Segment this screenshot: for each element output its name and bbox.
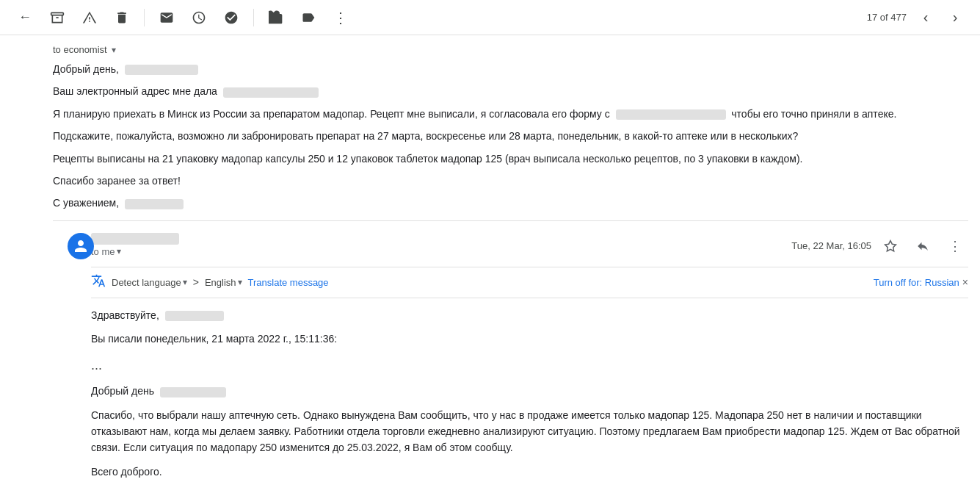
body-line-5: Рецепты выписаны на 21 упаковку мадопар … (53, 151, 968, 167)
archive-button[interactable] (44, 4, 70, 31)
english-dropdown-arrow: ▾ (238, 277, 242, 287)
email-header-right: Tue, 22 Mar, 16:05 ⋮ (791, 233, 968, 259)
sender-info: to me ▾ (91, 233, 791, 257)
page-counter: 17 of 477 (867, 12, 907, 23)
body-line-1: Добрый день, (53, 61, 968, 77)
sender-name-row (91, 233, 791, 245)
to-me-dropdown[interactable]: ▾ (117, 246, 121, 256)
sender-name-redacted (91, 233, 179, 245)
tasks-button[interactable] (218, 4, 244, 31)
body-closing: Всего доброго. (91, 464, 968, 480)
redacted-signature (125, 199, 184, 209)
redacted-email-1 (223, 87, 319, 98)
more-actions-button-2[interactable]: ⋮ (942, 233, 968, 259)
toolbar-divider-1 (144, 9, 145, 26)
turn-off-btn[interactable]: Turn off for: Russian × (874, 276, 968, 288)
report-button[interactable] (76, 4, 103, 31)
prev-email-button[interactable]: ‹ (912, 4, 939, 31)
next-email-button[interactable]: › (942, 4, 968, 31)
sender-avatar (68, 233, 94, 259)
email-meta-1: to economist ▾ (53, 44, 968, 55)
move-button[interactable] (263, 4, 289, 31)
to-label-1: to economist (53, 44, 107, 55)
email-header-row-2: to me ▾ Tue, 22 Mar, 16:05 ⋮ (91, 233, 968, 259)
body-main-text: Спасибо, что выбрали нашу аптечную сеть.… (91, 407, 968, 456)
back-button[interactable]: ← (12, 4, 38, 31)
body-line-4: Подскажите, пожалуйста, возможно ли забр… (53, 128, 968, 144)
detect-language-btn[interactable]: Detect language ▾ (112, 277, 187, 288)
ellipsis-line: ... (91, 355, 968, 376)
email-body-1: Добрый день, Ваш электронный адрес мне д… (53, 61, 968, 212)
more-button[interactable]: ⋮ (327, 4, 354, 31)
reply-button[interactable] (910, 233, 936, 259)
turn-off-close[interactable]: × (962, 276, 968, 288)
email-block-2: to me ▾ Tue, 22 Mar, 16:05 ⋮ (53, 221, 968, 492)
greeting-line: Здравствуйте, (91, 307, 968, 323)
email-container: to economist ▾ Добрый день, Ваш электрон… (0, 35, 980, 493)
email-body-2: Здравствуйте, Вы писали понедельник, 21 … (91, 307, 968, 481)
translation-bar: Detect language ▾ > English ▾ Translate … (91, 267, 968, 298)
translation-left: Detect language ▾ > English ▾ Translate … (91, 273, 329, 292)
email-date: Tue, 22 Mar, 16:05 (791, 240, 871, 251)
svg-rect-0 (51, 12, 64, 15)
redacted-contact (616, 109, 726, 120)
to-me-label: to me ▾ (91, 246, 791, 257)
to-dropdown-arrow[interactable]: ▾ (112, 45, 116, 55)
quoted-hello-line: Добрый день (91, 383, 968, 399)
english-btn[interactable]: English ▾ (205, 277, 242, 288)
translate-message-btn[interactable]: Translate message (248, 277, 329, 288)
toolbar-right-nav: 17 of 477 ‹ › (867, 4, 968, 31)
translate-icon (91, 273, 106, 292)
star-button[interactable] (877, 233, 904, 259)
label-button[interactable] (295, 4, 322, 31)
email-block-1: to economist ▾ Добрый день, Ваш электрон… (53, 35, 968, 221)
quoted-intro: Вы писали понедельник, 21 марта 2022 г.,… (91, 331, 968, 347)
detect-dropdown-arrow: ▾ (183, 277, 187, 287)
body-line-6: Спасибо заранее за ответ! (53, 173, 968, 189)
redacted-quoted-name (160, 387, 226, 397)
delete-button[interactable] (109, 4, 135, 31)
body-line-7: С уважением, (53, 195, 968, 211)
toolbar-left-actions: ← ⋮ (12, 4, 864, 31)
mail-button[interactable] (153, 4, 180, 31)
main-toolbar: ← ⋮ 17 of 477 ‹ › (0, 0, 980, 35)
toolbar-divider-2 (253, 9, 254, 26)
body-line-2: Ваш электронный адрес мне дала (53, 83, 968, 99)
translation-arrow: > (193, 276, 199, 288)
snooze-button[interactable] (186, 4, 212, 31)
body-line-3: Я планирую приехать в Минск из России за… (53, 106, 968, 122)
redacted-greeting-name (165, 311, 224, 321)
redacted-name-1 (125, 65, 198, 75)
